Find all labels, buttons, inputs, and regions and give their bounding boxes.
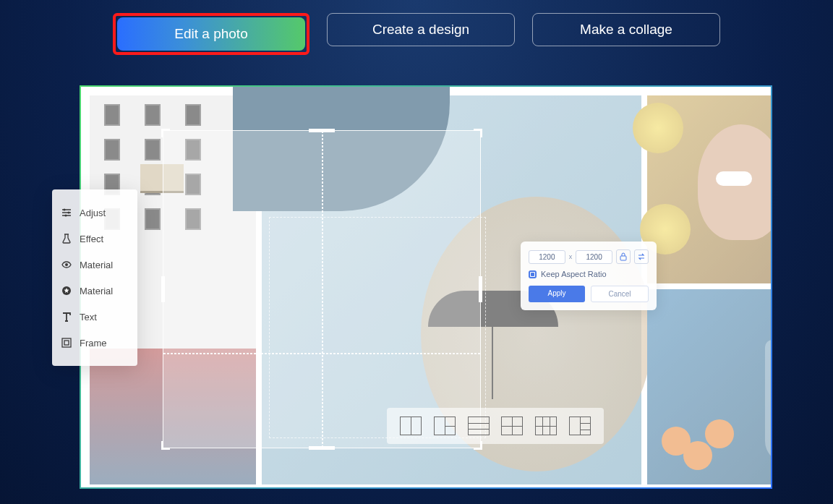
sidebar-item-label: Frame [80, 338, 107, 349]
create-design-button[interactable]: Create a design [327, 13, 515, 46]
sidebar-item-material-1[interactable]: Material [61, 252, 129, 278]
crop-handle-top-left[interactable] [161, 129, 170, 137]
width-input[interactable]: 1200 [529, 250, 565, 264]
sliders-icon [61, 207, 72, 218]
svg-point-0 [64, 209, 66, 211]
dimension-separator: x [569, 253, 573, 260]
eye-icon [61, 259, 72, 270]
crop-handle-top-right[interactable] [474, 129, 482, 137]
cancel-button[interactable]: Cancel [591, 286, 649, 302]
svg-point-3 [65, 263, 68, 266]
text-icon [61, 311, 72, 323]
svg-rect-7 [620, 256, 626, 260]
lock-icon[interactable] [616, 249, 631, 264]
sidebar-item-label: Material [80, 260, 113, 270]
keep-ratio-label: Keep Aspect Ratio [541, 270, 607, 278]
svg-rect-5 [62, 338, 71, 347]
keep-ratio-checkbox[interactable] [529, 270, 537, 278]
svg-rect-6 [64, 341, 69, 345]
sidebar-item-material-2[interactable]: Material [61, 278, 129, 304]
layout-complex-icon[interactable] [569, 417, 591, 435]
top-button-row: Edit a photo Create a design Make a coll… [0, 0, 833, 55]
crop-inner-selection[interactable] [269, 217, 486, 438]
crop-handle-left[interactable] [161, 276, 165, 302]
apply-button[interactable]: Apply [529, 286, 585, 302]
edit-highlight-box: Edit a photo [113, 13, 309, 55]
layout-3x2-icon[interactable] [535, 417, 557, 435]
layout-2col-icon[interactable] [400, 417, 422, 435]
flask-icon [61, 233, 72, 244]
height-input[interactable]: 1200 [576, 250, 612, 264]
sidebar-item-adjust[interactable]: Adjust [61, 200, 129, 226]
swap-icon[interactable] [634, 249, 649, 264]
resize-popup: 1200 x 1200 Keep Aspect Ratio Apply Canc… [521, 242, 657, 310]
sidebar-item-label: Text [80, 312, 97, 323]
layout-template-bar [387, 408, 604, 444]
sidebar-item-text[interactable]: Text [61, 304, 129, 330]
edit-photo-button[interactable]: Edit a photo [117, 17, 305, 51]
sidebar-item-label: Material [80, 286, 113, 296]
sidebar-item-label: Adjust [80, 208, 106, 218]
sidebar-item-label: Effect [80, 234, 103, 244]
star-badge-icon [61, 285, 72, 296]
layout-2x2-icon[interactable] [501, 417, 523, 435]
make-collage-button[interactable]: Make a collage [532, 13, 720, 46]
crop-handle-bottom-left[interactable] [161, 441, 170, 450]
tools-sidebar: Adjust Effect Material Material Text Fra… [52, 189, 137, 366]
svg-point-1 [68, 212, 70, 214]
frame-icon [61, 337, 72, 349]
layout-split-right-icon[interactable] [434, 417, 456, 435]
sidebar-item-frame[interactable]: Frame [61, 330, 129, 356]
sidebar-item-effect[interactable]: Effect [61, 226, 129, 252]
layout-3row-icon[interactable] [468, 417, 490, 435]
svg-point-2 [65, 215, 67, 217]
